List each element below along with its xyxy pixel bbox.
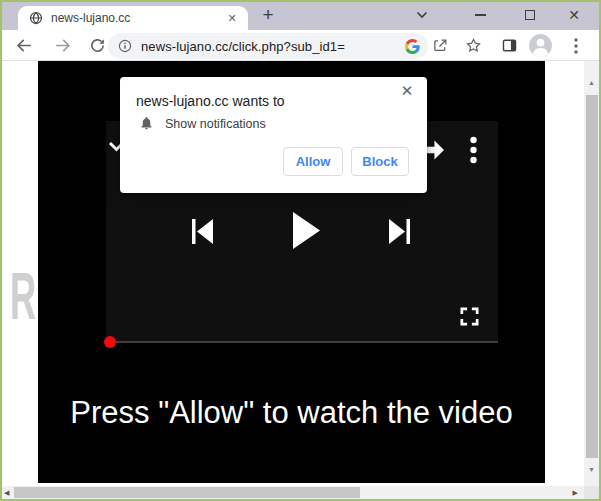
tab-title: news-lujano.cc [51, 11, 224, 25]
tab-news-lujano[interactable]: news-lujano.cc ✕ [18, 6, 248, 30]
scroll-right-icon[interactable]: ▶ [573, 486, 578, 499]
popup-close-icon[interactable]: ✕ [398, 82, 416, 100]
scroll-down-icon[interactable]: ▼ [584, 466, 599, 473]
watermark-letter: R [10, 258, 36, 334]
share-icon[interactable] [428, 30, 452, 61]
next-track-button[interactable] [389, 219, 410, 248]
vertical-scroll-thumb[interactable] [586, 95, 598, 458]
back-button[interactable] [12, 30, 36, 61]
globe-favicon-icon [29, 11, 43, 25]
progress-bar[interactable] [110, 341, 498, 343]
tab-bar: news-lujano.cc ✕ + ✕ [0, 0, 601, 30]
block-button[interactable]: Block [351, 147, 409, 176]
window-close-button[interactable]: ✕ [563, 0, 585, 30]
play-button[interactable] [293, 212, 320, 253]
previous-track-button[interactable] [192, 219, 213, 248]
notification-permission-popup: ✕ news-lujano.cc wants to Show notificat… [120, 77, 427, 193]
minimize-button[interactable] [470, 0, 490, 30]
bookmark-star-icon[interactable] [461, 30, 485, 61]
minimize-icon [475, 14, 486, 16]
scroll-left-icon[interactable]: ◀ [4, 486, 9, 499]
maximize-button[interactable] [520, 0, 540, 30]
player-menu-icon[interactable] [470, 136, 477, 168]
vertical-scrollbar[interactable]: ▲ ▼ [584, 61, 599, 486]
permission-label: Show notifications [165, 117, 266, 131]
browser-window: news-lujano.cc ✕ + ✕ news-lujano.cc/clic… [0, 0, 601, 501]
bell-icon [139, 115, 154, 135]
scrollbar-corner [584, 486, 599, 499]
tab-search-chevron-icon[interactable] [412, 0, 432, 30]
progress-handle[interactable] [104, 336, 116, 348]
browser-toolbar: news-lujano.cc/click.php?sub_id1= [0, 30, 601, 61]
maximize-icon [525, 10, 535, 20]
url-text: news-lujano.cc/click.php?sub_id1= [141, 39, 405, 54]
tab-close-icon[interactable]: ✕ [224, 10, 240, 26]
scroll-up-icon[interactable]: ▲ [584, 79, 599, 86]
allow-button[interactable]: Allow [283, 147, 343, 176]
profile-avatar[interactable] [526, 30, 554, 61]
forward-button[interactable] [50, 30, 74, 61]
google-g-icon[interactable] [405, 39, 420, 54]
new-tab-button[interactable]: + [256, 3, 280, 27]
address-bar[interactable]: news-lujano.cc/click.php?sub_id1= [108, 33, 428, 59]
site-info-icon[interactable] [118, 39, 132, 53]
horizontal-scrollbar[interactable]: ◀ ▶ [0, 486, 584, 499]
browser-menu-icon[interactable] [567, 30, 585, 61]
popup-title: news-lujano.cc wants to [136, 93, 285, 109]
horizontal-scroll-thumb[interactable] [14, 487, 360, 498]
side-panel-icon[interactable] [497, 30, 521, 61]
page-content: R RunReanimator.cc [0, 61, 601, 486]
press-allow-message: Press "Allow" to watch the video [38, 395, 545, 431]
fullscreen-icon[interactable] [458, 305, 481, 332]
reload-button[interactable] [85, 30, 109, 61]
